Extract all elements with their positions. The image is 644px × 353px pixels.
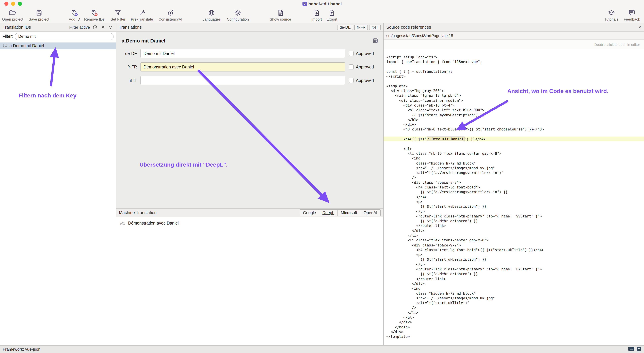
input-source-icon[interactable] — [636, 346, 641, 352]
code-line — [386, 79, 641, 84]
toolbar-configuration[interactable]: Configuration — [227, 9, 249, 21]
tab-deepl[interactable]: DeepL — [319, 209, 338, 216]
code-line: <ul> — [386, 146, 641, 151]
filter-row: Filter: — [0, 32, 116, 41]
toolbar-open-project[interactable]: Open project — [2, 9, 23, 21]
code-line: </main> — [386, 324, 641, 329]
toolbar-languages[interactable]: Languages — [202, 9, 221, 21]
source-file-reference[interactable]: src/pages/start/GuestStartPage.vue:18 — [384, 32, 644, 40]
code-line: </li> — [386, 233, 641, 238]
filter-active-label[interactable]: Filter active — [69, 25, 90, 30]
close-icon[interactable]: × — [638, 25, 641, 30]
code-line: </div> — [386, 228, 641, 233]
language-tabs: de-DE fr-FR it-IT — [337, 25, 380, 30]
translation-ids-panel: Translation IDs Filter active Filter: a.… — [0, 23, 116, 345]
highlighted-translation-key[interactable]: a.Demo mit Daniel — [427, 137, 464, 141]
code-line: /> — [386, 305, 641, 310]
comment-icon[interactable] — [372, 38, 378, 43]
tab-it-IT[interactable]: it-IT — [369, 25, 380, 30]
code-line: </p> — [386, 262, 641, 267]
tab-de-DE[interactable]: de-DE — [337, 25, 353, 30]
toolbar-tutorials[interactable]: Tutorials — [604, 9, 618, 21]
refresh-icon[interactable] — [92, 25, 98, 30]
tab-fr-FR[interactable]: fr-FR — [354, 25, 368, 30]
annotation-deepl-note: Übersetzung direkt mit "DeepL". — [140, 162, 228, 168]
annotation-code-note: Ansicht, wo im Code es benutzt wird. — [507, 88, 608, 95]
zoom-window-button[interactable] — [18, 2, 22, 6]
code-line: {{ $t("a.Versicherungsvermittler/-in") }… — [386, 190, 641, 195]
filter-icon[interactable] — [108, 25, 113, 30]
code-line: </p> — [386, 209, 641, 214]
gear-icon — [234, 9, 242, 17]
translation-ids-header: Translation IDs Filter active — [0, 23, 116, 32]
tab-microsoft[interactable]: Microsoft — [338, 209, 360, 216]
code-line: <p> — [386, 199, 641, 204]
translation-row-it: it-IT Approved — [122, 76, 378, 85]
toolbar-pre-translate[interactable]: Pre-Translate — [131, 9, 153, 21]
open-in-editor-hint: Double-click to open in editor — [384, 40, 644, 49]
source-references-title: Source code references — [386, 25, 431, 30]
filter-input[interactable] — [15, 33, 114, 40]
toolbar-add-id[interactable]: Add ID — [69, 9, 80, 21]
code-line: </h4> — [386, 194, 641, 199]
translation-input-it[interactable] — [140, 76, 346, 85]
toolbar-feedback[interactable]: Feedback — [624, 9, 640, 21]
translation-input-fr[interactable] — [140, 62, 346, 72]
machine-translation-body: ⌘1 Démonstration avec Daniel — [116, 217, 383, 345]
toolbar-set-filter[interactable]: Set Filter — [111, 9, 126, 21]
code-line: <img — [386, 286, 641, 291]
code-line: <script setup lang="ts"> — [386, 55, 641, 60]
source-references-header: Source code references × — [384, 23, 644, 32]
code-suffix: ") }}</h4> — [464, 137, 486, 141]
code-line: </li> — [386, 310, 641, 315]
toolbar-import[interactable]: Import — [312, 9, 322, 21]
toolbar-remove-ids[interactable]: Remove IDs — [84, 9, 104, 21]
approved-checkbox-fr[interactable] — [349, 64, 354, 70]
main-area: Translation IDs Filter active Filter: a.… — [0, 23, 644, 345]
lang-label-it: it-IT — [122, 78, 137, 83]
export-icon — [328, 9, 336, 17]
translations-header: Translations de-DE fr-FR it-IT — [116, 23, 383, 32]
code-line: <h1 class="text-left text-blue-900"> — [386, 108, 641, 113]
lang-label-de: de-DE — [122, 51, 137, 56]
translation-id-item[interactable]: a.Demo mit Daniel — [0, 43, 116, 49]
highlighted-code-line[interactable]: <h4>{{ $t("a.Demo mit Daniel") }}</h4> — [384, 137, 644, 141]
code-line: </div> — [386, 122, 641, 127]
toolbar-export[interactable]: Export — [326, 9, 337, 21]
code-line: <div class="space-y-2"> — [386, 180, 641, 185]
translations-panel: Translations de-DE fr-FR it-IT a.Demo mi… — [116, 23, 384, 345]
keyboard-icon[interactable] — [628, 346, 634, 352]
toolbar-save-project[interactable]: Save project — [29, 9, 49, 21]
tab-google[interactable]: Google — [300, 209, 319, 216]
mt-suggestion[interactable]: ⌘1 Démonstration avec Daniel — [120, 221, 380, 226]
approved-checkbox-de[interactable] — [349, 51, 354, 56]
code-line: {{ $t("start.vvDescription") }} — [386, 204, 641, 209]
toolbar-show-source[interactable]: Show source — [270, 9, 291, 21]
approved-label-fr: Approved — [356, 65, 374, 69]
code-line: <div class="space-y-2"> — [386, 243, 641, 247]
clear-filter-icon[interactable] — [100, 25, 106, 30]
tab-openai[interactable]: OpenAI — [360, 209, 380, 216]
close-window-button[interactable] — [4, 2, 8, 6]
code-line: <img — [386, 156, 641, 161]
code-line: <p> — [386, 252, 641, 257]
source-document-icon — [277, 9, 284, 17]
translation-input-de[interactable] — [140, 49, 346, 58]
code-line: :alt="t('start.ukTitle')" — [386, 300, 641, 305]
code-line — [386, 64, 641, 69]
window-title: babel-edit.babel — [308, 1, 342, 6]
minimize-window-button[interactable] — [11, 2, 15, 6]
toolbar-consistency-ai[interactable]: ConsistencyAI — [158, 9, 182, 21]
code-line: </router-link> — [386, 276, 641, 281]
code-line — [386, 141, 641, 146]
mt-suggestion-text: Démonstration avec Daniel — [128, 221, 179, 226]
machine-translation-header: Machine Translation Google DeepL Microso… — [116, 208, 383, 217]
approved-checkbox-it[interactable] — [349, 78, 354, 83]
code-line: {{ $t("a.Mehr erfahren") }} — [386, 272, 641, 276]
consistency-icon — [166, 9, 174, 17]
source-references-panel: Source code references × src/pages/start… — [384, 23, 644, 345]
translation-id-label: a.Demo mit Daniel — [10, 44, 44, 48]
code-line: </div> — [386, 320, 641, 325]
code-line: <h4 class="text-lg font-bold">{{ $t("sta… — [386, 247, 641, 252]
code-line: </h1> — [386, 117, 641, 122]
